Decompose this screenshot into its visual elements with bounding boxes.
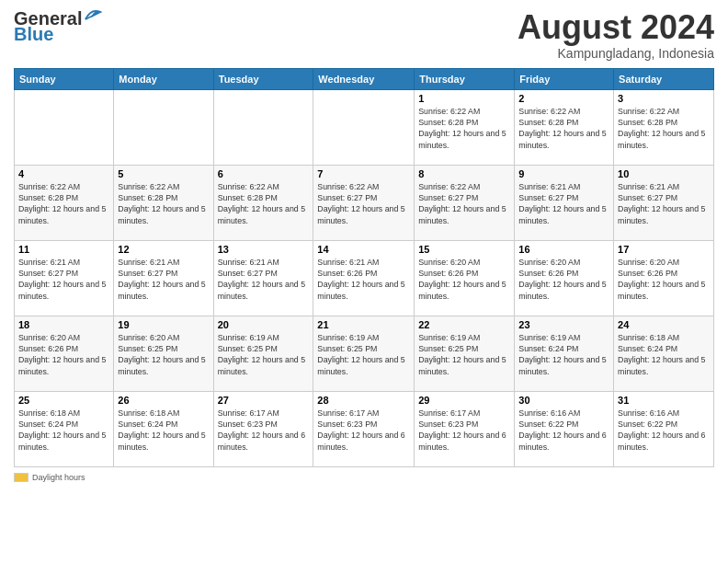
calendar-cell: 7Sunrise: 6:22 AM Sunset: 6:27 PM Daylig… <box>313 165 415 240</box>
day-info: Sunrise: 6:22 AM Sunset: 6:27 PM Dayligh… <box>317 181 410 226</box>
day-number: 7 <box>317 168 410 179</box>
day-number: 21 <box>317 319 410 330</box>
calendar-cell: 23Sunrise: 6:19 AM Sunset: 6:24 PM Dayli… <box>515 316 614 391</box>
calendar-cell: 9Sunrise: 6:21 AM Sunset: 6:27 PM Daylig… <box>515 165 614 240</box>
header-thursday: Thursday <box>415 68 515 89</box>
day-info: Sunrise: 6:18 AM Sunset: 6:24 PM Dayligh… <box>118 408 209 453</box>
day-number: 13 <box>218 244 310 255</box>
calendar-cell: 6Sunrise: 6:22 AM Sunset: 6:28 PM Daylig… <box>213 165 313 240</box>
calendar-cell: 20Sunrise: 6:19 AM Sunset: 6:25 PM Dayli… <box>213 316 313 391</box>
day-info: Sunrise: 6:21 AM Sunset: 6:27 PM Dayligh… <box>118 257 209 302</box>
day-info: Sunrise: 6:20 AM Sunset: 6:25 PM Dayligh… <box>118 332 209 377</box>
day-info: Sunrise: 6:17 AM Sunset: 6:23 PM Dayligh… <box>218 408 310 453</box>
day-number: 12 <box>118 244 209 255</box>
day-info: Sunrise: 6:22 AM Sunset: 6:28 PM Dayligh… <box>18 181 109 226</box>
day-number: 2 <box>518 93 609 104</box>
header-wednesday: Wednesday <box>313 68 415 89</box>
calendar-cell: 25Sunrise: 6:18 AM Sunset: 6:24 PM Dayli… <box>15 391 114 466</box>
calendar-cell: 29Sunrise: 6:17 AM Sunset: 6:23 PM Dayli… <box>415 391 515 466</box>
day-number: 26 <box>118 395 209 406</box>
header-monday: Monday <box>114 68 213 89</box>
day-number: 18 <box>18 319 109 330</box>
day-info: Sunrise: 6:20 AM Sunset: 6:26 PM Dayligh… <box>618 257 710 302</box>
day-number: 3 <box>618 93 710 104</box>
day-number: 15 <box>418 244 510 255</box>
calendar-table: SundayMondayTuesdayWednesdayThursdayFrid… <box>14 68 714 467</box>
calendar-cell: 2Sunrise: 6:22 AM Sunset: 6:28 PM Daylig… <box>515 89 614 165</box>
calendar-week-5: 25Sunrise: 6:18 AM Sunset: 6:24 PM Dayli… <box>15 391 714 466</box>
day-number: 27 <box>218 395 310 406</box>
calendar-cell: 10Sunrise: 6:21 AM Sunset: 6:27 PM Dayli… <box>614 165 714 240</box>
header-sunday: Sunday <box>15 68 114 89</box>
location-subtitle: Kampungladang, Indonesia <box>518 46 714 61</box>
day-info: Sunrise: 6:20 AM Sunset: 6:26 PM Dayligh… <box>518 257 609 302</box>
day-info: Sunrise: 6:17 AM Sunset: 6:23 PM Dayligh… <box>418 408 510 453</box>
calendar-cell: 16Sunrise: 6:20 AM Sunset: 6:26 PM Dayli… <box>515 240 614 316</box>
calendar-cell: 27Sunrise: 6:17 AM Sunset: 6:23 PM Dayli… <box>213 391 313 466</box>
day-info: Sunrise: 6:17 AM Sunset: 6:23 PM Dayligh… <box>317 408 410 453</box>
day-info: Sunrise: 6:22 AM Sunset: 6:28 PM Dayligh… <box>418 106 510 151</box>
day-info: Sunrise: 6:19 AM Sunset: 6:25 PM Dayligh… <box>218 332 310 377</box>
header-saturday: Saturday <box>614 68 714 89</box>
calendar-cell: 30Sunrise: 6:16 AM Sunset: 6:22 PM Dayli… <box>515 391 614 466</box>
day-info: Sunrise: 6:21 AM Sunset: 6:26 PM Dayligh… <box>317 257 410 302</box>
calendar-cell <box>213 89 313 165</box>
header-tuesday: Tuesday <box>213 68 313 89</box>
calendar-cell: 18Sunrise: 6:20 AM Sunset: 6:26 PM Dayli… <box>15 316 114 391</box>
calendar-header: SundayMondayTuesdayWednesdayThursdayFrid… <box>15 68 714 89</box>
daylight-icon <box>14 473 28 482</box>
month-title: August 2024 <box>518 9 714 46</box>
day-info: Sunrise: 6:22 AM Sunset: 6:28 PM Dayligh… <box>618 106 710 151</box>
day-number: 30 <box>518 395 609 406</box>
calendar-cell: 3Sunrise: 6:22 AM Sunset: 6:28 PM Daylig… <box>614 89 714 165</box>
day-number: 6 <box>218 168 310 179</box>
calendar-week-3: 11Sunrise: 6:21 AM Sunset: 6:27 PM Dayli… <box>15 240 714 316</box>
calendar-footer: Daylight hours <box>14 473 714 482</box>
day-info: Sunrise: 6:19 AM Sunset: 6:25 PM Dayligh… <box>317 332 410 377</box>
day-info: Sunrise: 6:21 AM Sunset: 6:27 PM Dayligh… <box>218 257 310 302</box>
day-number: 25 <box>18 395 109 406</box>
day-number: 4 <box>18 168 109 179</box>
day-info: Sunrise: 6:19 AM Sunset: 6:25 PM Dayligh… <box>418 332 510 377</box>
day-number: 16 <box>518 244 609 255</box>
logo: General Blue <box>14 9 104 45</box>
day-number: 24 <box>618 319 710 330</box>
day-info: Sunrise: 6:22 AM Sunset: 6:28 PM Dayligh… <box>218 181 310 226</box>
day-info: Sunrise: 6:16 AM Sunset: 6:22 PM Dayligh… <box>618 408 710 453</box>
calendar-cell: 15Sunrise: 6:20 AM Sunset: 6:26 PM Dayli… <box>415 240 515 316</box>
day-info: Sunrise: 6:18 AM Sunset: 6:24 PM Dayligh… <box>18 408 109 453</box>
day-info: Sunrise: 6:22 AM Sunset: 6:28 PM Dayligh… <box>518 106 609 151</box>
day-info: Sunrise: 6:19 AM Sunset: 6:24 PM Dayligh… <box>518 332 609 377</box>
calendar-week-1: 1Sunrise: 6:22 AM Sunset: 6:28 PM Daylig… <box>15 89 714 165</box>
calendar-cell <box>15 89 114 165</box>
day-number: 9 <box>518 168 609 179</box>
day-info: Sunrise: 6:22 AM Sunset: 6:27 PM Dayligh… <box>418 181 510 226</box>
day-number: 1 <box>418 93 510 104</box>
calendar-cell <box>114 89 213 165</box>
day-number: 19 <box>118 319 209 330</box>
calendar-cell: 19Sunrise: 6:20 AM Sunset: 6:25 PM Dayli… <box>114 316 213 391</box>
title-block: August 2024 Kampungladang, Indonesia <box>518 9 714 61</box>
day-number: 8 <box>418 168 510 179</box>
calendar-body: 1Sunrise: 6:22 AM Sunset: 6:28 PM Daylig… <box>15 89 714 466</box>
day-info: Sunrise: 6:20 AM Sunset: 6:26 PM Dayligh… <box>18 332 109 377</box>
day-number: 14 <box>317 244 410 255</box>
header-friday: Friday <box>515 68 614 89</box>
calendar-cell: 17Sunrise: 6:20 AM Sunset: 6:26 PM Dayli… <box>614 240 714 316</box>
page-header: General Blue August 2024 Kampungladang, … <box>14 9 714 61</box>
calendar-week-2: 4Sunrise: 6:22 AM Sunset: 6:28 PM Daylig… <box>15 165 714 240</box>
daylight-legend: Daylight hours <box>14 473 85 482</box>
calendar-cell: 1Sunrise: 6:22 AM Sunset: 6:28 PM Daylig… <box>415 89 515 165</box>
day-number: 31 <box>618 395 710 406</box>
calendar-cell: 14Sunrise: 6:21 AM Sunset: 6:26 PM Dayli… <box>313 240 415 316</box>
logo-blue: Blue <box>14 24 53 45</box>
calendar-cell: 24Sunrise: 6:18 AM Sunset: 6:24 PM Dayli… <box>614 316 714 391</box>
day-info: Sunrise: 6:16 AM Sunset: 6:22 PM Dayligh… <box>518 408 609 453</box>
calendar-week-4: 18Sunrise: 6:20 AM Sunset: 6:26 PM Dayli… <box>15 316 714 391</box>
calendar-cell: 28Sunrise: 6:17 AM Sunset: 6:23 PM Dayli… <box>313 391 415 466</box>
day-number: 11 <box>18 244 109 255</box>
day-number: 22 <box>418 319 510 330</box>
day-info: Sunrise: 6:21 AM Sunset: 6:27 PM Dayligh… <box>618 181 710 226</box>
day-number: 29 <box>418 395 510 406</box>
calendar-cell: 5Sunrise: 6:22 AM Sunset: 6:28 PM Daylig… <box>114 165 213 240</box>
